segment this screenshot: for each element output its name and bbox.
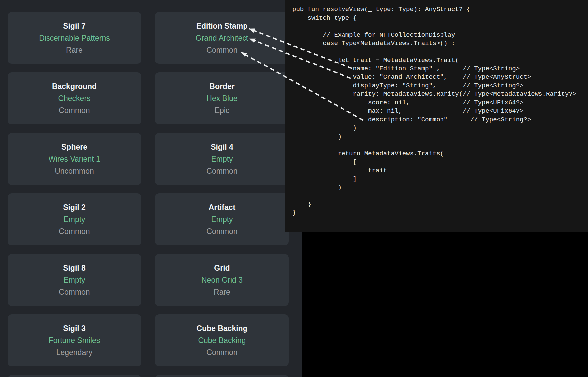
trait-card — [8, 375, 141, 377]
trait-rarity: Common — [59, 104, 90, 116]
trait-value: Wires Varient 1 — [49, 153, 100, 165]
screenshot-stage: Sigil 7Discernable PatternsRareEdition S… — [0, 0, 588, 377]
trait-card — [155, 375, 289, 377]
trait-value: Empty — [211, 153, 233, 165]
code-panel: pub fun resolveView(_ type: Type): AnySt… — [285, 0, 588, 232]
trait-name: Sigil 8 — [63, 262, 86, 274]
trait-name: Background — [52, 80, 97, 92]
code-listing: pub fun resolveView(_ type: Type): AnySt… — [285, 0, 588, 217]
trait-card: Sigil 7Discernable PatternsRare — [8, 12, 141, 64]
trait-value: Empty — [63, 274, 85, 286]
trait-rarity: Legendary — [56, 346, 93, 358]
trait-card: BorderHex BlueEpic — [155, 72, 289, 124]
trait-value: Grand Architect — [196, 32, 248, 44]
trait-rarity: Common — [59, 286, 90, 298]
trait-name: Grid — [214, 262, 230, 274]
trait-name: Sigil 4 — [211, 141, 233, 153]
trait-name: Sigil 7 — [63, 20, 86, 32]
trait-rarity: Epic — [215, 104, 230, 116]
trait-name: Sphere — [61, 141, 87, 153]
trait-card: Sigil 3Fortune SmilesLegendary — [8, 314, 141, 366]
trait-name: Artifact — [209, 201, 236, 213]
trait-rarity: Common — [206, 165, 237, 177]
trait-rarity: Common — [206, 44, 237, 56]
trait-rarity: Rare — [66, 44, 83, 56]
trait-card-grid: Sigil 7Discernable PatternsRareEdition S… — [8, 12, 289, 377]
trait-rarity: Common — [59, 225, 90, 237]
trait-value: Discernable Patterns — [39, 32, 110, 44]
trait-value: Neon Grid 3 — [201, 274, 243, 286]
traits-panel: Sigil 7Discernable PatternsRareEdition S… — [0, 0, 302, 377]
trait-card: Sigil 2EmptyCommon — [8, 193, 141, 245]
trait-value: Empty — [63, 213, 85, 225]
trait-name: Border — [209, 80, 234, 92]
trait-rarity: Common — [206, 346, 237, 358]
trait-name: Sigil 3 — [63, 322, 86, 334]
trait-card: Cube BackingCube BackingCommon — [155, 314, 289, 366]
trait-value: Fortune Smiles — [49, 334, 100, 346]
trait-card: GridNeon Grid 3Rare — [155, 254, 289, 306]
trait-value: Empty — [211, 213, 233, 225]
trait-card: Sigil 4EmptyCommon — [155, 133, 289, 185]
trait-rarity: Uncommon — [55, 165, 94, 177]
trait-name: Edition Stamp — [196, 20, 248, 32]
trait-card: SphereWires Varient 1Uncommon — [8, 133, 141, 185]
trait-card: BackgroundCheckersCommon — [8, 72, 141, 124]
trait-name: Cube Backing — [196, 322, 247, 334]
trait-card: Sigil 8EmptyCommon — [8, 254, 141, 306]
trait-value: Hex Blue — [206, 92, 237, 104]
trait-value: Checkers — [58, 92, 90, 104]
trait-name: Sigil 2 — [63, 201, 86, 213]
trait-value: Cube Backing — [198, 334, 245, 346]
trait-card: Edition StampGrand ArchitectCommon — [155, 12, 289, 64]
trait-card: ArtifactEmptyCommon — [155, 193, 289, 245]
trait-rarity: Rare — [214, 286, 230, 298]
trait-rarity: Common — [206, 225, 237, 237]
